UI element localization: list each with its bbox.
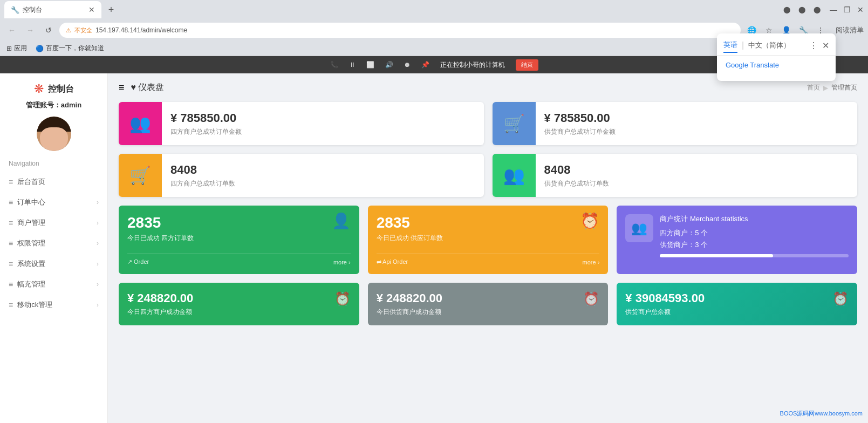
card-info: 8408 供货商户总成功订单数: [536, 156, 618, 195]
sidebar-item-settings[interactable]: ≡ 系统设置 ›: [0, 254, 107, 274]
translate-body: Google Translate: [717, 56, 836, 74]
admin-label: 管理账号：: [26, 101, 61, 109]
breadcrumb-current: 管理首页: [831, 83, 857, 92]
reload-button[interactable]: ↺: [41, 23, 56, 38]
stat-footer-more-link[interactable]: more ›: [333, 259, 351, 265]
baidu-icon: 🔵: [36, 45, 44, 52]
sidebar-item-recharge[interactable]: ≡ 幅充管理 ›: [0, 274, 107, 295]
back-button[interactable]: ←: [4, 23, 19, 38]
sidebar-item-merchants[interactable]: ≡ 商户管理 ›: [0, 213, 107, 233]
remote-end-button[interactable]: 结束: [516, 59, 538, 71]
logo-icon: ❋: [34, 82, 44, 96]
translate-popup: 英语 | 中文（简体） ⋮ ✕ Google Translate: [717, 33, 836, 81]
amount-card-total: ¥ 39084593.00 供货商户总余额 ⏰: [617, 283, 857, 325]
security-warning-icon: ⚠: [66, 27, 71, 34]
sidebar-item-mobile-ck[interactable]: ≡ 移动ck管理 ›: [0, 295, 107, 315]
reader-mode-button[interactable]: 阅读清单: [836, 25, 864, 35]
orders-icon: ≡: [9, 198, 13, 207]
maximize-button[interactable]: ⬤: [795, 3, 808, 16]
stat-footer-more-link[interactable]: more ›: [583, 259, 600, 265]
merchant-progress-bar-fill: [660, 254, 773, 257]
card-icon-pink: 👥: [119, 102, 162, 145]
avatar: [37, 117, 71, 151]
amount-clock-icon: ⏰: [334, 291, 351, 306]
apps-bookmark[interactable]: ⊞ 应用: [6, 44, 27, 53]
remote-volume-icon[interactable]: 🔊: [385, 61, 393, 69]
sidebar-item-label: 权限管理: [17, 238, 45, 248]
sidebar-item-orders[interactable]: ≡ 订单中心 ›: [0, 192, 107, 213]
close-window-button[interactable]: ⬤: [810, 3, 823, 16]
hamburger-menu-button[interactable]: ≡: [119, 82, 125, 93]
win-minimize-icon[interactable]: —: [830, 5, 837, 14]
app-container: ❋ 控制台 管理账号：admin Navigation ≡ 后台首页 ≡ 订单中…: [0, 73, 868, 423]
remote-record-icon[interactable]: ⏺: [404, 61, 411, 69]
amount-number: ¥ 248820.00: [377, 291, 600, 305]
forward-button[interactable]: →: [23, 23, 38, 38]
minimize-button[interactable]: ⬤: [780, 3, 793, 16]
admin-info: 管理账号：admin: [26, 100, 81, 110]
merchant-stat-info: 商户统计 Merchant statistics 四方商户：5 个 供货商户：3…: [660, 214, 849, 257]
card-amount: ¥ 785850.00: [170, 111, 242, 125]
sidebar-item-label: 系统设置: [17, 259, 45, 269]
users-icon: 👥: [129, 113, 151, 134]
stat-card-sifang: 2835 今日已成功 四方订单数 👤 ↗ Order more ›: [119, 206, 359, 274]
merchant-stat-icon: 👥: [625, 214, 653, 242]
address-input[interactable]: ⚠ 不安全 154.197.48.141/admin/welcome: [59, 23, 741, 38]
card-amount: 8408: [170, 163, 235, 177]
breadcrumb-home[interactable]: 首页: [807, 83, 820, 92]
card-icon-orange: 🛒: [119, 154, 162, 197]
remote-pause-icon[interactable]: ⏸: [349, 61, 356, 69]
nav-item-left: ≡ 权限管理: [9, 238, 45, 248]
remote-screen-icon[interactable]: ⬜: [366, 61, 374, 69]
settings-icon: ≡: [9, 260, 13, 268]
sidebar-item-home[interactable]: ≡ 后台首页: [0, 172, 107, 192]
translate-close-button[interactable]: ✕: [822, 40, 829, 51]
amount-row: ¥ 248820.00 今日四方商户成功金额 ⏰ ¥ 248820.00 今日供…: [119, 283, 857, 325]
browser-tab[interactable]: 🔧 控制台 ✕: [4, 1, 101, 18]
stat-number: 2835: [127, 214, 351, 231]
baidu-bookmark[interactable]: 🔵 百度一下，你就知道: [36, 44, 104, 53]
card-sifang-amount: 👥 ¥ 785850.00 四方商户总成功订单金额: [119, 102, 484, 145]
win-restore-icon[interactable]: ❐: [844, 5, 851, 14]
card-sifang-count: 🛒 8408 四方商户总成功订单数: [119, 154, 484, 197]
remote-phone-icon[interactable]: 📞: [330, 61, 338, 69]
watermark: BOOS源码网www.boosym.com: [780, 410, 863, 418]
sidebar-item-permissions[interactable]: ≡ 权限管理 ›: [0, 233, 107, 254]
merchant-group-icon: 👥: [631, 221, 647, 236]
stat-footer-order-link[interactable]: ↗ Order: [127, 258, 149, 265]
main-content: ≡ ♥ 仪表盘 首页 ▶ 管理首页 👥 ¥ 785850.00 四方商户总成功订…: [108, 73, 868, 423]
card-icon-green: 👥: [493, 154, 536, 197]
translate-lang-chinese[interactable]: 中文（简体）: [748, 38, 790, 52]
amount-number: ¥ 39084593.00: [625, 291, 849, 305]
translate-lang-english[interactable]: 英语: [723, 38, 737, 53]
win-close-icon[interactable]: ✕: [857, 5, 864, 14]
nav-item-left: ≡ 系统设置: [9, 259, 45, 269]
stat-number: 2835: [377, 214, 600, 231]
nav-section-label: Navigation: [0, 160, 39, 167]
nav-item-left: ≡ 后台首页: [9, 177, 45, 187]
stat-clock-icon: ⏰: [580, 212, 599, 230]
stat-footer: ⇌ Api Order more ›: [377, 254, 600, 265]
amount-label: 今日供货商户成功金额: [377, 308, 600, 317]
permissions-icon: ≡: [9, 239, 13, 248]
admin-name: admin: [61, 101, 81, 109]
translate-more-options-icon[interactable]: ⋮: [809, 40, 818, 51]
bottom-row: 2835 今日已成功 四方订单数 👤 ↗ Order more › 2835 今…: [119, 206, 857, 274]
tab-close-button[interactable]: ✕: [88, 5, 95, 14]
remote-pin-icon[interactable]: 📌: [421, 61, 429, 69]
cart-icon: 🛒: [503, 113, 525, 134]
nav-item-left: ≡ 移动ck管理: [9, 300, 52, 310]
sidebar: ❋ 控制台 管理账号：admin Navigation ≡ 后台首页 ≡ 订单中…: [0, 73, 108, 423]
card-info: ¥ 785850.00 四方商户总成功订单金额: [162, 105, 250, 143]
stat-footer-api-link[interactable]: ⇌ Api Order: [377, 258, 408, 265]
tab-bar: 🔧 控制台 ✕ + ⬤ ⬤ ⬤ — ❐ ✕: [0, 0, 868, 19]
new-tab-button[interactable]: +: [104, 2, 119, 17]
merchant-stat-card: 👥 商户统计 Merchant statistics 四方商户：5 个 供货商户…: [617, 206, 857, 274]
chevron-right-icon: ›: [97, 301, 99, 309]
url-text: 154.197.48.141/admin/welcome: [95, 26, 187, 34]
breadcrumb: 首页 ▶ 管理首页: [807, 83, 857, 92]
amount-number: ¥ 248820.00: [127, 291, 351, 305]
baidu-label: 百度一下，你就知道: [46, 44, 104, 53]
card-info: 8408 四方商户总成功订单数: [162, 156, 244, 195]
amount-clock2-icon: ⏰: [583, 291, 599, 306]
